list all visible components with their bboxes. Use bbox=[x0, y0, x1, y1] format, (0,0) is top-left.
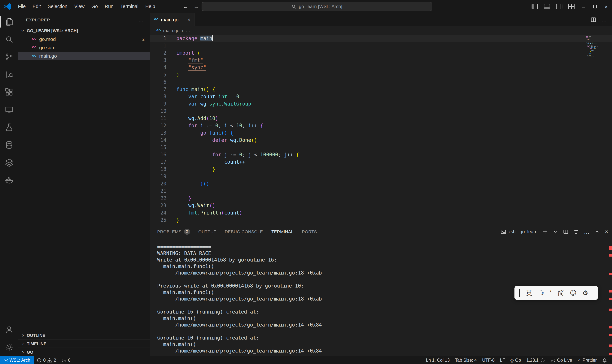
line-number[interactable]: 1 bbox=[150, 35, 176, 42]
code-line[interactable]: 7 func main() { bbox=[150, 86, 612, 93]
terminal-line[interactable]: Goroutine 16 (running) created at: bbox=[157, 309, 612, 315]
terminal-line[interactable] bbox=[157, 328, 612, 335]
panel-tab-terminal[interactable]: TERMINAL bbox=[271, 225, 293, 238]
code-line[interactable]: 1 package main bbox=[150, 35, 612, 42]
section-outline[interactable]: › OUTLINE bbox=[18, 331, 150, 339]
activity-extensions[interactable] bbox=[0, 83, 18, 101]
line-number[interactable]: 17 bbox=[150, 158, 176, 166]
code-line[interactable]: 16 for j := 0; j < 100000; j++ { bbox=[150, 151, 612, 158]
maximize-panel-icon[interactable] bbox=[594, 229, 600, 234]
close-panel-icon[interactable]: × bbox=[605, 229, 608, 234]
code-line[interactable]: 15 bbox=[150, 144, 612, 151]
line-number[interactable]: 11 bbox=[150, 115, 176, 122]
menu-help[interactable]: Help bbox=[142, 0, 159, 13]
problems-indicator[interactable]: 0 2 bbox=[34, 356, 59, 364]
line-number[interactable]: 3 bbox=[150, 57, 176, 64]
activity-layers[interactable] bbox=[0, 154, 18, 171]
ime-item-3[interactable]: 简 bbox=[558, 286, 564, 300]
minimap[interactable] bbox=[586, 36, 604, 58]
code-line[interactable]: 10 bbox=[150, 107, 612, 115]
editor-more-icon[interactable]: … bbox=[602, 17, 607, 22]
terminal-line[interactable]: main.main.func1() bbox=[157, 263, 612, 270]
code-editor[interactable]: 1 package main 1 2 import ( 3 "fmt" 4 "s… bbox=[150, 35, 612, 225]
code-line[interactable]: 9 var wg sync.WaitGroup bbox=[150, 100, 612, 107]
terminal-line[interactable]: Goroutine 10 (running) created at: bbox=[157, 335, 612, 341]
remote-indicator[interactable]: >< WSL: Arch bbox=[0, 356, 34, 364]
line-number[interactable]: 6 bbox=[150, 78, 176, 86]
terminal-line[interactable]: /home/meowrain/projects/go_learn/main.go… bbox=[157, 348, 612, 354]
status-lf[interactable]: LF bbox=[497, 356, 508, 364]
line-number[interactable]: 13 bbox=[150, 129, 176, 136]
line-number[interactable]: 1 bbox=[150, 42, 176, 49]
toggle-secondary-sidebar-icon[interactable] bbox=[556, 3, 563, 10]
notifications-bell[interactable] bbox=[599, 356, 610, 364]
code-line[interactable]: 20 }() bbox=[150, 180, 612, 187]
code-line[interactable]: 4 "sync" bbox=[150, 64, 612, 71]
breadcrumb[interactable]: GO main.go › … bbox=[150, 26, 612, 35]
line-number[interactable]: 4 bbox=[150, 64, 176, 71]
code-line[interactable]: 3 "fmt" bbox=[150, 57, 612, 64]
menu-terminal[interactable]: Terminal bbox=[117, 0, 142, 13]
code-line[interactable]: 21 bbox=[150, 187, 612, 195]
maximize-button[interactable] bbox=[589, 0, 600, 13]
activity-settings[interactable] bbox=[0, 338, 18, 356]
activity-database[interactable] bbox=[0, 136, 18, 154]
code-line[interactable]: 6 bbox=[150, 78, 612, 86]
ime-item-2[interactable]: ’ bbox=[550, 286, 552, 300]
code-line[interactable]: 5 ) bbox=[150, 71, 612, 78]
tab-main-go[interactable]: GO main.go × bbox=[150, 13, 195, 26]
panel-tab-output[interactable]: OUTPUT bbox=[198, 225, 216, 238]
terminal-line[interactable]: /home/meowrain/projects/go_learn/main.go… bbox=[157, 270, 612, 276]
ime-item-0[interactable]: 英 bbox=[526, 286, 532, 300]
ime-item-1[interactable]: ☽ bbox=[538, 286, 544, 300]
code-line[interactable]: 14 defer wg.Done() bbox=[150, 136, 612, 144]
terminal-line[interactable]: WARNING: DATA RACE bbox=[157, 250, 612, 257]
code-line[interactable]: 19 bbox=[150, 173, 612, 180]
kill-terminal-icon[interactable] bbox=[573, 229, 579, 234]
code-line[interactable]: 1 bbox=[150, 42, 612, 49]
activity-remote-explorer[interactable] bbox=[0, 101, 18, 118]
terminal-line[interactable]: ================== bbox=[157, 244, 612, 250]
line-number[interactable]: 22 bbox=[150, 195, 176, 202]
code-line[interactable]: 24 fmt.Println(count) bbox=[150, 209, 612, 216]
terminal-line[interactable] bbox=[157, 276, 612, 283]
panel-tab-debug-console[interactable]: DEBUG CONSOLE bbox=[225, 225, 263, 238]
toggle-sidebar-icon[interactable] bbox=[531, 3, 538, 10]
menu-file[interactable]: File bbox=[14, 0, 29, 13]
file-go.sum[interactable]: GO go.sum bbox=[18, 43, 150, 52]
line-number[interactable]: 24 bbox=[150, 209, 176, 216]
activity-run-debug[interactable] bbox=[0, 66, 18, 83]
code-line[interactable]: 13 go func() { bbox=[150, 129, 612, 136]
command-center[interactable]: go_learn [WSL: Arch] bbox=[201, 2, 432, 11]
terminal-line[interactable]: main.main() bbox=[157, 315, 612, 322]
line-number[interactable]: 10 bbox=[150, 107, 176, 115]
terminal-line[interactable] bbox=[157, 302, 612, 309]
section-timeline[interactable]: › TIMELINE bbox=[18, 339, 150, 348]
activity-docker[interactable] bbox=[0, 171, 18, 189]
activity-source-control[interactable] bbox=[0, 48, 18, 66]
ime-item-4[interactable]: ☺ bbox=[570, 286, 576, 300]
terminal-instance[interactable]: zsh - go_learn bbox=[501, 229, 537, 234]
toggle-panel-icon[interactable] bbox=[544, 3, 550, 10]
customize-layout-icon[interactable] bbox=[568, 3, 575, 10]
line-number[interactable]: 18 bbox=[150, 166, 176, 173]
code-line[interactable]: 18 } bbox=[150, 166, 612, 173]
ports-indicator[interactable]: 0 bbox=[59, 356, 73, 364]
code-line[interactable]: 2 import ( bbox=[150, 49, 612, 57]
menu-selection[interactable]: Selection bbox=[44, 0, 71, 13]
file-main.go[interactable]: GO main.go bbox=[18, 52, 150, 60]
activity-search[interactable] bbox=[0, 31, 18, 48]
code-line[interactable]: 23 wg.Wait() bbox=[150, 202, 612, 209]
line-number[interactable]: 19 bbox=[150, 173, 176, 180]
activity-explorer[interactable] bbox=[0, 13, 18, 31]
split-editor-icon[interactable] bbox=[591, 17, 596, 22]
line-number[interactable]: 7 bbox=[150, 86, 176, 93]
terminal-dropdown-icon[interactable] bbox=[553, 229, 558, 234]
line-number[interactable]: 16 bbox=[150, 151, 176, 158]
status-1-23-1[interactable]: 1.23.1 bbox=[524, 356, 548, 364]
status-ln-1-col-13[interactable]: Ln 1, Col 13 bbox=[423, 356, 452, 364]
activity-testing[interactable] bbox=[0, 118, 18, 136]
line-number[interactable]: 12 bbox=[150, 122, 176, 129]
explorer-root-folder[interactable]: › GO_LEARN [WSL: ARCH] bbox=[18, 26, 150, 35]
line-number[interactable]: 9 bbox=[150, 100, 176, 107]
